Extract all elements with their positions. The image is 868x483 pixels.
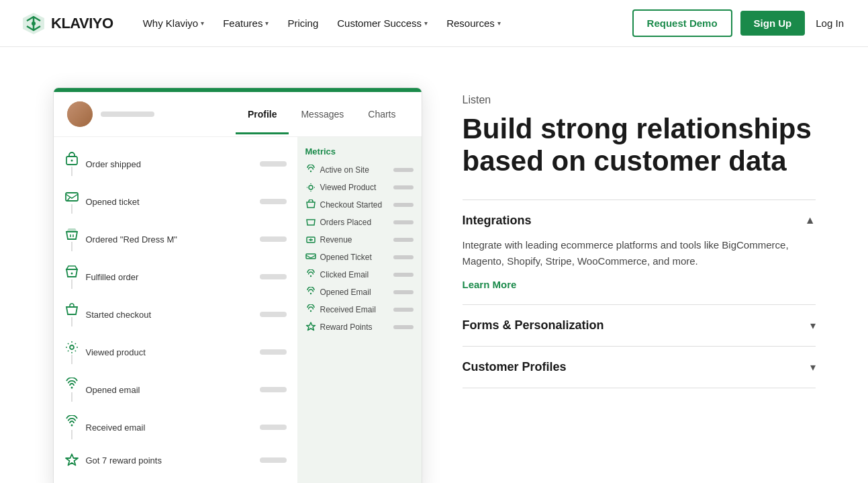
- mockup-body: Order shipped Opened ticket: [54, 137, 422, 483]
- metric-item: Active on Site: [305, 165, 414, 175]
- mockup-window: Profile Messages Charts: [53, 87, 422, 483]
- chevron-down-icon: ▾: [265, 19, 269, 27]
- logo[interactable]: KLAVIYO: [21, 11, 113, 36]
- sign-up-button[interactable]: Sign Up: [740, 11, 806, 36]
- chevron-down-icon: ▾: [810, 319, 816, 332]
- nav-pricing[interactable]: Pricing: [279, 12, 326, 34]
- accordion-integrations-header[interactable]: Integrations ▲: [463, 214, 816, 228]
- activity-list: Order shipped Opened ticket: [54, 137, 297, 483]
- main-heading: Build strong relationships based on cust…: [463, 113, 816, 178]
- nav-customer-success[interactable]: Customer Success ▾: [329, 12, 436, 34]
- list-item: Viewed product: [59, 333, 292, 371]
- list-item: Fulfilled order: [59, 258, 292, 296]
- main-content: Profile Messages Charts: [32, 47, 837, 483]
- accordion-customer-profiles: Customer Profiles ▾: [463, 346, 816, 388]
- svg-point-7: [70, 387, 73, 389]
- nav-resources[interactable]: Resources ▾: [438, 12, 509, 34]
- accordion-forms-header[interactable]: Forms & Personalization ▾: [463, 318, 816, 333]
- svg-point-14: [309, 310, 311, 312]
- chevron-down-icon: ▾: [810, 361, 816, 374]
- chevron-down-icon: ▾: [497, 19, 501, 27]
- log-in-link[interactable]: Log In: [813, 12, 847, 34]
- accordion-integrations-body: Integrate with leading ecommerce platfor…: [463, 237, 816, 291]
- request-demo-button[interactable]: Request Demo: [632, 9, 732, 37]
- navigation: KLAVIYO Why Klaviyo ▾ Features ▾ Pricing…: [0, 0, 868, 47]
- tab-messages[interactable]: Messages: [289, 103, 356, 125]
- svg-point-13: [309, 293, 311, 294]
- chevron-down-icon: ▾: [424, 19, 428, 27]
- metric-item: Revenue: [305, 234, 414, 245]
- accordion-customer-profiles-header[interactable]: Customer Profiles ▾: [463, 360, 816, 374]
- nav-links: Why Klaviyo ▾ Features ▾ Pricing Custome…: [135, 12, 632, 34]
- metrics-title: Metrics: [305, 146, 414, 157]
- chevron-up-icon: ▲: [805, 214, 816, 226]
- content-section: Listen Build strong relationships based …: [463, 87, 816, 483]
- svg-point-9: [309, 171, 311, 172]
- logo-text: KLAVIYO: [51, 15, 113, 32]
- tab-charts[interactable]: Charts: [356, 103, 407, 125]
- metrics-panel: Metrics Active on Site Viewed Product Ch…: [297, 137, 422, 483]
- metric-item: Orders Placed: [305, 217, 414, 228]
- learn-more-link[interactable]: Learn More: [463, 279, 517, 290]
- accordion-integrations: Integrations ▲ Integrate with leading ec…: [463, 200, 816, 304]
- list-item: Received email: [59, 408, 292, 446]
- list-item: Opened ticket: [59, 183, 292, 220]
- list-item: Ordered "Red Dress M": [59, 220, 292, 258]
- list-item: Started checkout: [59, 296, 292, 333]
- svg-point-12: [309, 275, 311, 277]
- svg-point-6: [70, 345, 74, 349]
- avatar: [67, 101, 93, 127]
- metric-item: Checkout Started: [305, 200, 414, 210]
- svg-point-5: [70, 273, 73, 275]
- list-item: Got 7 reward points: [59, 446, 292, 474]
- metric-item: Reward Points: [305, 322, 414, 333]
- svg-point-10: [309, 185, 313, 189]
- tab-profile[interactable]: Profile: [236, 103, 289, 125]
- nav-features[interactable]: Features ▾: [215, 12, 277, 34]
- metric-item: Received Email: [305, 304, 414, 315]
- svg-point-1: [32, 21, 36, 26]
- accordion-forms: Forms & Personalization ▾: [463, 304, 816, 346]
- list-item: Order shipped: [59, 145, 292, 183]
- mockup-tabs: Profile Messages Charts: [236, 103, 408, 125]
- nav-why-klaviyo[interactable]: Why Klaviyo ▾: [135, 12, 213, 34]
- chevron-down-icon: ▾: [201, 19, 204, 27]
- mockup-header: Profile Messages Charts: [54, 92, 422, 137]
- product-mockup: Profile Messages Charts: [53, 87, 422, 483]
- svg-point-8: [70, 425, 73, 427]
- nav-actions: Request Demo Sign Up Log In: [632, 9, 847, 37]
- metric-item: Clicked Email: [305, 269, 414, 280]
- list-item: Opened email: [59, 371, 292, 408]
- svg-point-3: [70, 160, 73, 162]
- metric-item: Opened Email: [305, 287, 414, 298]
- customer-name-placeholder: [101, 112, 154, 117]
- section-label: Listen: [463, 94, 816, 106]
- metric-item: Viewed Product: [305, 182, 414, 193]
- metric-item: Opened Ticket: [305, 252, 414, 263]
